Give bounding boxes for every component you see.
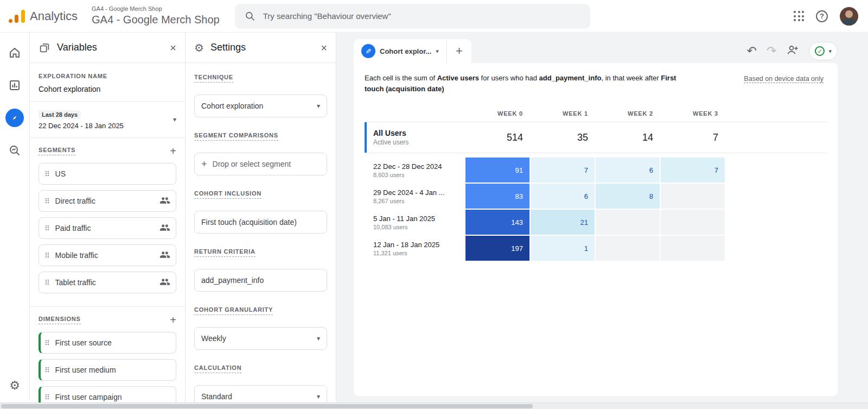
analytics-logo[interactable]: Analytics bbox=[9, 9, 78, 23]
drag-handle-icon[interactable]: ⠿ bbox=[44, 197, 50, 205]
search-bar[interactable] bbox=[235, 4, 590, 29]
cohort-granularity-label: COHORT GRANULARITY bbox=[194, 306, 273, 315]
cohort-row-label: 12 Jan - 18 Jan 202511,321 users bbox=[365, 236, 464, 261]
cohort-cell[interactable]: 6 bbox=[596, 158, 660, 183]
drag-handle-icon[interactable]: ⠿ bbox=[44, 279, 50, 287]
exploration-name-value[interactable]: Cohort exploration bbox=[39, 85, 176, 93]
drag-handle-icon[interactable]: ⠿ bbox=[44, 393, 50, 401]
exploration-card: Based on device data only Each cell is t… bbox=[354, 63, 838, 396]
scrollbar-thumb[interactable] bbox=[1, 404, 533, 408]
desc-text: , in that week after bbox=[601, 74, 661, 82]
status-dropdown[interactable]: ✓ ▾ bbox=[809, 42, 838, 60]
exploration-name-section: EXPLORATION NAME Cohort exploration bbox=[30, 63, 185, 102]
technique-label: TECHNIQUE bbox=[194, 74, 233, 83]
cohort-cell[interactable]: 8 bbox=[596, 184, 660, 209]
people-icon bbox=[159, 222, 170, 235]
people-icon bbox=[159, 249, 170, 262]
segment-label: Tablet traffic bbox=[55, 278, 96, 287]
week-column-header: WEEK 1 bbox=[531, 110, 595, 117]
segment-chip-direct-traffic[interactable]: ⠿ Direct traffic bbox=[39, 190, 176, 212]
cohort-cell[interactable]: 21 bbox=[531, 210, 595, 235]
week-column-header: WEEK 2 bbox=[596, 110, 660, 117]
cohort-cell[interactable]: 7 bbox=[531, 158, 595, 183]
return-criteria-select[interactable]: add_payment_info bbox=[194, 269, 327, 292]
cohort-user-count: 8,603 users bbox=[373, 172, 464, 178]
tab-label: Cohort explor... bbox=[380, 47, 431, 55]
segment-chip-mobile-traffic[interactable]: ⠿ Mobile traffic bbox=[39, 244, 176, 266]
data-notice-link[interactable]: Based on device data only bbox=[744, 75, 824, 83]
desc-text: for users who had bbox=[479, 74, 539, 82]
cohort-cell[interactable] bbox=[596, 236, 660, 261]
segment-comparisons-label: SEGMENT COMPARISONS bbox=[194, 132, 278, 141]
segment-chip-paid-traffic[interactable]: ⠿ Paid traffic bbox=[39, 217, 176, 239]
week-column-header: WEEK 3 bbox=[661, 110, 725, 117]
nav-reports[interactable] bbox=[5, 76, 24, 95]
chevron-down-icon: ▾ bbox=[436, 48, 439, 55]
home-icon bbox=[8, 46, 21, 59]
cohort-inclusion-label: COHORT INCLUSION bbox=[194, 190, 261, 199]
cohort-cell[interactable]: 7 bbox=[661, 158, 725, 183]
cohort-cell[interactable]: 6 bbox=[531, 184, 595, 209]
nav-explore[interactable] bbox=[5, 109, 24, 127]
cohort-description: Each cell is the sum of Active users for… bbox=[365, 73, 678, 95]
date-range-selector[interactable]: Last 28 days 22 Dec 2024 - 18 Jan 2025 ▾ bbox=[30, 102, 185, 138]
horizontal-scrollbar[interactable] bbox=[0, 402, 868, 409]
desc-bold: Active users bbox=[437, 74, 479, 82]
close-icon[interactable]: × bbox=[321, 42, 327, 53]
nav-rail: ⚙ bbox=[0, 33, 30, 409]
close-icon[interactable]: × bbox=[170, 42, 176, 53]
cohort-inclusion-select[interactable]: First touch (acquisition date) bbox=[194, 211, 327, 234]
segment-chip-tablet-traffic[interactable]: ⠿ Tablet traffic bbox=[39, 272, 176, 293]
add-tab-button[interactable]: + bbox=[446, 39, 471, 63]
avatar[interactable] bbox=[840, 7, 858, 26]
cohort-cell[interactable] bbox=[596, 210, 660, 235]
exploration-canvas: ✎ Cohort explor... ▾ + ↶ ↷ ✓ ▾ Based on … bbox=[336, 33, 868, 409]
undo-icon[interactable]: ↶ bbox=[747, 44, 757, 58]
advertising-icon bbox=[8, 144, 21, 157]
plus-icon: + bbox=[201, 159, 207, 170]
cohort-cell[interactable] bbox=[661, 236, 725, 261]
technique-select[interactable]: Cohort exploration ▾ bbox=[194, 95, 327, 117]
cohort-cell[interactable] bbox=[661, 184, 725, 209]
segment-comparison-dropzone[interactable]: + Drop or select segment bbox=[194, 153, 327, 175]
cohort-cell[interactable]: 83 bbox=[465, 184, 529, 209]
help-icon[interactable]: ? bbox=[816, 10, 828, 22]
dimension-chip-first-user-medium[interactable]: ⠿ First user medium bbox=[39, 359, 176, 381]
search-input[interactable] bbox=[263, 11, 580, 21]
tab-cohort-exploration[interactable]: ✎ Cohort explor... ▾ bbox=[354, 39, 446, 63]
variables-icon bbox=[39, 42, 50, 54]
redo-icon[interactable]: ↷ bbox=[767, 44, 776, 58]
drag-handle-icon[interactable]: ⠿ bbox=[44, 224, 50, 232]
cohort-cell[interactable]: 143 bbox=[465, 210, 529, 235]
add-segment-button[interactable]: + bbox=[170, 146, 176, 156]
add-dimension-button[interactable]: + bbox=[170, 314, 176, 325]
cohort-header-row: WEEK 0WEEK 1WEEK 2WEEK 3 bbox=[365, 105, 827, 122]
segment-chip-us[interactable]: ⠿ US bbox=[39, 163, 176, 185]
search-icon bbox=[245, 11, 256, 22]
cohort-cell[interactable]: 91 bbox=[465, 158, 529, 183]
property-selector[interactable]: GA4 - Google Merch Shop GA4 - Google Mer… bbox=[92, 5, 220, 27]
summary-title: All Users bbox=[373, 129, 464, 137]
nav-admin[interactable]: ⚙ bbox=[5, 376, 24, 395]
dimension-chip-first-user-source[interactable]: ⠿ First user source bbox=[39, 332, 176, 354]
date-range-value: 22 Dec 2024 - 18 Jan 2025 bbox=[39, 122, 176, 130]
summary-value: 35 bbox=[531, 132, 595, 143]
cohort-date-range: 12 Jan - 18 Jan 2025 bbox=[373, 241, 464, 249]
cohort-granularity-select[interactable]: Weekly ▾ bbox=[194, 327, 327, 350]
drag-handle-icon[interactable]: ⠿ bbox=[44, 170, 50, 178]
nav-advertising[interactable] bbox=[5, 141, 24, 160]
share-users-icon[interactable] bbox=[786, 43, 799, 59]
cohort-date-range: 29 Dec 2024 - 4 Jan ... bbox=[373, 188, 464, 197]
apps-grid-icon[interactable] bbox=[794, 11, 804, 21]
cohort-cell[interactable]: 1 bbox=[531, 236, 595, 261]
cohort-cell[interactable] bbox=[661, 210, 725, 235]
drag-handle-icon[interactable]: ⠿ bbox=[44, 251, 50, 260]
desc-text: Each cell is the sum of bbox=[365, 74, 437, 82]
segment-label: US bbox=[55, 169, 66, 178]
segment-label: Mobile traffic bbox=[55, 251, 98, 260]
drag-handle-icon[interactable]: ⠿ bbox=[44, 339, 50, 347]
cohort-cell[interactable]: 197 bbox=[465, 236, 529, 261]
cohort-inclusion-value: First touch (acquisition date) bbox=[201, 218, 297, 226]
nav-home[interactable] bbox=[5, 43, 24, 62]
drag-handle-icon[interactable]: ⠿ bbox=[44, 366, 50, 374]
